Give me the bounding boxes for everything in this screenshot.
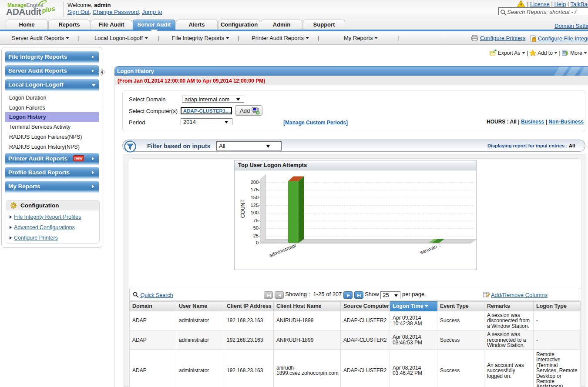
svg-text:150: 150: [251, 195, 259, 200]
svg-text:25: 25: [253, 233, 259, 238]
svg-text:50: 50: [253, 225, 259, 230]
svg-text:75: 75: [253, 218, 259, 223]
svg-text:0: 0: [256, 240, 259, 245]
svg-text:administrator: administrator: [268, 243, 297, 258]
svg-text:!: !: [520, 2, 522, 7]
svg-text:saravan ...: saravan ...: [419, 242, 442, 255]
svg-text:175: 175: [251, 187, 259, 192]
svg-text:100: 100: [251, 210, 259, 215]
svg-text:200: 200: [251, 180, 259, 185]
svg-text:125: 125: [251, 203, 259, 208]
svg-text:COUNT: COUNT: [240, 199, 246, 218]
